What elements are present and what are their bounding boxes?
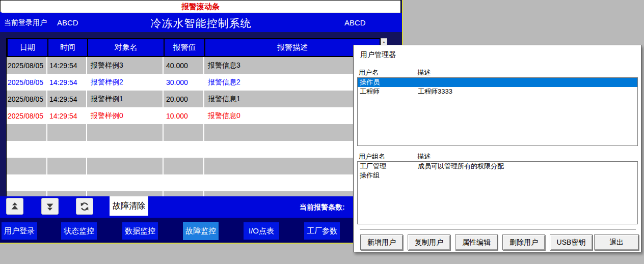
users-name-header: 用户名 (359, 68, 379, 77)
cell-time: 14:29:54 (47, 57, 87, 74)
alarm-table: 日期 时间 对象名 报警值 报警描述 2025/08/05 14:29:54 报… (6, 38, 381, 196)
user-name: 工程师 (360, 87, 380, 96)
user-list-item[interactable]: 操作员 (358, 78, 637, 87)
cell-date: 2025/08/05 (7, 57, 47, 74)
edit-props-button[interactable]: 属性编辑 (455, 234, 498, 250)
nav-user-login[interactable]: 用户登录 (2, 222, 37, 240)
table-row[interactable]: 2025/08/05 14:29:54 报警样例0 10.000 报警信息0 (7, 107, 381, 124)
cell-date: 2025/08/05 (7, 91, 47, 107)
group-list-item[interactable]: 工厂管理 成员可以管理所有的权限分配 (358, 162, 637, 171)
cell-date: 2025/08/05 (7, 107, 47, 124)
copy-user-button[interactable]: 复制用户 (408, 234, 450, 250)
nav-factory-params[interactable]: 工厂参数 (304, 222, 340, 240)
column-header-value: 报警值 (165, 39, 205, 56)
user-desc: 工程师3333 (418, 87, 452, 96)
dialog-separator (360, 229, 636, 230)
cell-time: 14:29:54 (47, 91, 87, 107)
scroll-down-button[interactable] (41, 198, 59, 215)
group-list-item[interactable]: 操作组 (358, 171, 637, 180)
table-row-empty (7, 124, 381, 141)
cell-value: 40.000 (164, 57, 204, 74)
exit-button[interactable]: 退出 (594, 234, 639, 250)
alarm-panel: 日期 时间 对象名 报警值 报警描述 2025/08/05 14:29:54 报… (0, 32, 402, 196)
cell-object: 报警样例0 (87, 107, 164, 124)
app-window: 报警滚动条 当前登录用户 ABCD 冷冻水智能控制系统 ABCD 日期 时间 对… (0, 0, 403, 244)
alarm-marquee-text: 报警滚动条 (181, 2, 220, 12)
column-header-object: 对象名 (88, 39, 165, 56)
double-chevron-up-icon (10, 201, 20, 212)
table-row-empty (7, 191, 381, 196)
cell-value: 20.000 (164, 91, 204, 107)
double-chevron-down-icon (45, 201, 55, 212)
users-listbox[interactable]: 操作员 工程师 工程师3333 (357, 77, 638, 146)
cell-date: 2025/08/05 (7, 74, 47, 91)
cell-object: 报警样例1 (87, 91, 164, 107)
group-desc: 成员可以管理所有的权限分配 (418, 162, 504, 171)
table-row[interactable]: 2025/08/05 14:29:54 报警样例3 40.000 报警信息3 (7, 57, 381, 74)
delete-user-button[interactable]: 删除用户 (502, 234, 545, 250)
scroll-up-button[interactable] (6, 198, 23, 215)
cell-object: 报警样例3 (87, 57, 164, 74)
alarm-marquee-bar: 报警滚动条 (0, 0, 401, 13)
user-manager-dialog: 用户管理器 用户名 描述 操作员 工程师 工程师3333 用户组名 描述 工厂管… (353, 45, 641, 252)
alarm-count-label: 当前报警条数: (300, 203, 345, 212)
user-list-item[interactable]: 工程师 工程师3333 (358, 87, 637, 96)
groups-listbox[interactable]: 工厂管理 成员可以管理所有的权限分配 操作组 (357, 161, 638, 224)
table-row[interactable]: 2025/08/05 14:29:54 报警样例2 30.000 报警信息2 (7, 74, 381, 91)
cell-time: 14:29:54 (47, 74, 87, 91)
refresh-icon (79, 201, 90, 212)
table-row[interactable]: 2025/08/05 14:29:54 报警样例1 20.000 报警信息1 (7, 91, 381, 107)
groups-name-header: 用户组名 (359, 152, 385, 161)
app-header: 当前登录用户 ABCD 冷冻水智能控制系统 ABCD (0, 13, 402, 32)
refresh-button[interactable] (76, 198, 93, 215)
column-header-time: 时间 (48, 39, 88, 56)
alarm-toolbar: 故障清除 当前报警条数: (0, 196, 402, 218)
cell-time: 14:29:54 (47, 107, 87, 124)
fault-clear-button[interactable]: 故障清除 (110, 196, 148, 216)
alarm-table-header: 日期 时间 对象名 报警值 报警描述 (7, 38, 381, 57)
group-name: 操作组 (360, 171, 380, 180)
nav-fault-monitor[interactable]: 故障监控 (183, 222, 219, 240)
desktop: 报警滚动条 当前登录用户 ABCD 冷冻水智能控制系统 ABCD 日期 时间 对… (0, 0, 644, 264)
users-desc-header: 描述 (417, 68, 431, 77)
table-row-empty (7, 158, 381, 174)
nav-io-points[interactable]: I/O点表 (244, 222, 279, 240)
cell-value: 30.000 (164, 74, 204, 91)
nav-data-monitor[interactable]: 数据监控 (122, 222, 158, 240)
bottom-nav-bar: 用户登录 状态监控 数据监控 故障监控 I/O点表 工厂参数 (0, 218, 402, 243)
header-right-user: ABCD (344, 18, 366, 27)
usb-key-button[interactable]: USB密钥 (550, 234, 593, 250)
cell-object: 报警样例2 (87, 74, 164, 91)
add-user-button[interactable]: 新增用户 (360, 234, 403, 250)
groups-desc-header: 描述 (417, 152, 431, 161)
table-row-empty (7, 174, 381, 191)
group-name: 工厂管理 (360, 162, 386, 171)
nav-status-monitor[interactable]: 状态监控 (61, 222, 97, 240)
user-name: 操作员 (360, 78, 380, 87)
column-header-date: 日期 (8, 39, 48, 56)
table-row-empty (7, 141, 381, 158)
dialog-title: 用户管理器 (360, 50, 396, 60)
cell-value: 10.000 (164, 107, 204, 124)
app-title: 冷冻水智能控制系统 (0, 16, 402, 31)
